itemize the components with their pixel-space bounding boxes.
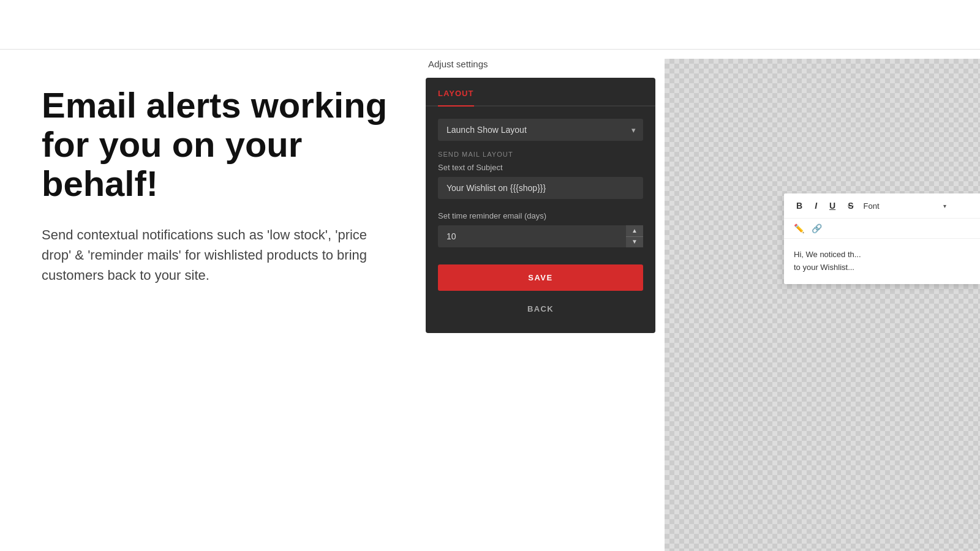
adjust-settings-label: Adjust settings bbox=[426, 59, 658, 69]
send-mail-layout-label: SEND MAIL LAYOUT bbox=[426, 151, 655, 158]
email-body-text: Hi, We noticed th...to your Wishlist... bbox=[794, 250, 861, 272]
underline-button[interactable]: U bbox=[827, 200, 838, 212]
layout-dropdown-wrapper: Launch Show Layout Default Layout Custom… bbox=[438, 119, 643, 141]
sub-text: Send contextual notifications such as 'l… bbox=[42, 225, 397, 285]
subject-section: Set text of Subject bbox=[426, 163, 655, 199]
font-chevron-icon: ▾ bbox=[943, 203, 946, 209]
email-preview-card: B I U S Font Arial Times New Roman Georg… bbox=[784, 193, 980, 284]
spinner-up-button[interactable]: ▲ bbox=[626, 225, 643, 236]
layout-dropdown[interactable]: Launch Show Layout Default Layout Custom… bbox=[438, 119, 643, 141]
subject-field-label: Set text of Subject bbox=[438, 163, 643, 172]
italic-button[interactable]: I bbox=[812, 200, 820, 212]
layout-tab[interactable]: LAYOUT bbox=[438, 89, 474, 107]
layout-tab-bar: LAYOUT bbox=[426, 78, 655, 107]
font-dropdown[interactable]: Font Arial Times New Roman Georgia Verda… bbox=[863, 201, 941, 211]
bold-button[interactable]: B bbox=[794, 200, 805, 212]
reminder-section: Set time reminder email (days) ▲ ▼ bbox=[426, 211, 655, 247]
email-toolbar: B I U S Font Arial Times New Roman Georg… bbox=[784, 193, 980, 219]
email-body-preview: Hi, We noticed th...to your Wishlist... bbox=[784, 239, 980, 284]
left-content: Email alerts working for you on your beh… bbox=[42, 86, 397, 285]
spinner-buttons: ▲ ▼ bbox=[626, 225, 643, 247]
toolbar-row2: ✏️ 🔗 bbox=[784, 219, 980, 239]
right-panel: B I U S Font Arial Times New Roman Georg… bbox=[665, 59, 980, 551]
link-icon[interactable]: 🔗 bbox=[812, 223, 822, 233]
reminder-input-row: ▲ ▼ bbox=[438, 225, 643, 247]
settings-panel: LAYOUT Launch Show Layout Default Layout… bbox=[426, 78, 655, 333]
strikethrough-button[interactable]: S bbox=[845, 200, 856, 212]
reminder-input[interactable] bbox=[438, 225, 626, 247]
reminder-field-label: Set time reminder email (days) bbox=[438, 211, 643, 220]
pencil-icon[interactable]: ✏️ bbox=[794, 223, 804, 233]
spinner-down-button[interactable]: ▼ bbox=[626, 237, 643, 248]
back-button[interactable]: BACK bbox=[438, 297, 643, 321]
top-divider bbox=[0, 49, 980, 50]
subject-input[interactable] bbox=[438, 177, 643, 199]
main-heading: Email alerts working for you on your beh… bbox=[42, 86, 397, 203]
save-button[interactable]: SAVE bbox=[438, 264, 643, 291]
dropdown-row: Launch Show Layout Default Layout Custom… bbox=[426, 119, 655, 141]
center-area: Adjust settings LAYOUT Launch Show Layou… bbox=[426, 59, 658, 333]
font-dropdown-wrapper: Font Arial Times New Roman Georgia Verda… bbox=[863, 201, 946, 211]
